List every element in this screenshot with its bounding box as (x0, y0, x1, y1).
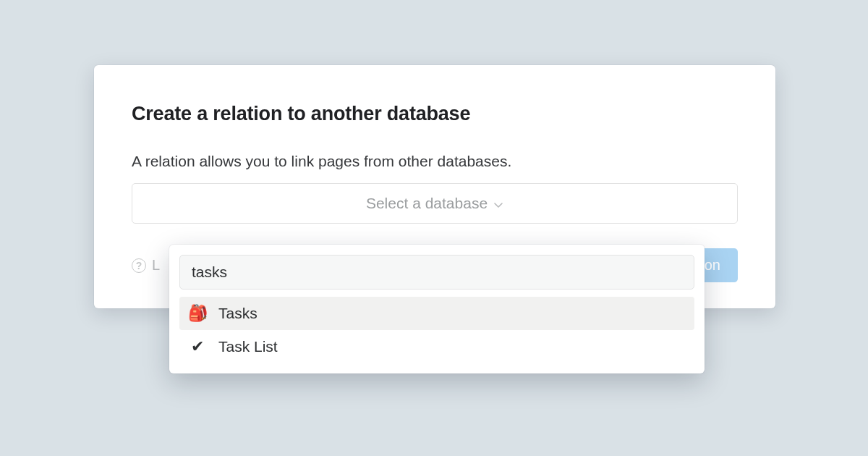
database-option-label: Tasks (218, 305, 258, 322)
database-option[interactable]: 🎒 Tasks (179, 297, 694, 330)
database-search-input[interactable] (179, 255, 694, 290)
backpack-icon: 🎒 (188, 304, 207, 323)
help-link-text: L (152, 257, 160, 274)
checkmark-icon: ✔ (188, 337, 207, 356)
dialog-title: Create a relation to another database (132, 103, 738, 125)
select-placeholder-text: Select a database (366, 195, 488, 212)
primary-button-label: on (705, 257, 720, 273)
database-option-list: 🎒 Tasks ✔ Task List (179, 297, 694, 363)
help-icon: ? (132, 258, 146, 273)
help-link[interactable]: ? L (132, 257, 160, 274)
dialog-description: A relation allows you to link pages from… (132, 153, 738, 170)
database-option[interactable]: ✔ Task List (179, 330, 694, 363)
chevron-down-icon (493, 200, 503, 210)
database-option-label: Task List (218, 338, 278, 355)
database-dropdown: 🎒 Tasks ✔ Task List (169, 245, 705, 373)
select-database-trigger[interactable]: Select a database (132, 183, 738, 224)
